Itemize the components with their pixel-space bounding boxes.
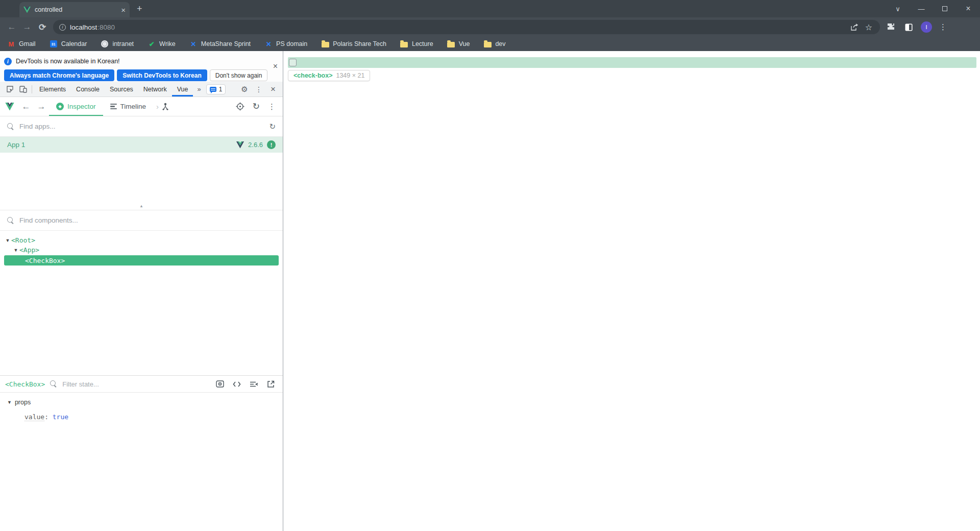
url-port: :8080 (97, 23, 115, 31)
issues-count: 1 (219, 86, 223, 93)
bookmark-label: Vue (459, 40, 470, 47)
tab-inspector[interactable]: ◆ Inspector (49, 97, 103, 116)
extensions-puzzle-icon[interactable] (886, 22, 896, 32)
match-language-button[interactable]: Always match Chrome's language (4, 69, 114, 81)
selected-component-name: <CheckBox> (5, 380, 45, 388)
globe-icon (101, 40, 109, 48)
vue-menu-icon[interactable]: ⋮ (268, 102, 276, 111)
app-name: App 1 (7, 141, 232, 149)
expand-caret-icon[interactable]: ▼ (12, 248, 19, 253)
tree-node-app[interactable]: ▼ <App> (0, 245, 283, 255)
tree-node-checkbox-selected[interactable]: <CheckBox> (4, 255, 279, 266)
find-apps-input[interactable] (19, 123, 264, 130)
bookmark-label: dev (495, 40, 505, 47)
tab-sources[interactable]: Sources (105, 82, 138, 96)
window-restore-button[interactable] (933, 0, 957, 17)
device-toolbar-icon[interactable] (16, 83, 30, 96)
find-apps-row: ↻ (0, 116, 283, 137)
section-caret-icon[interactable]: ▼ (7, 400, 12, 405)
bookmark-calendar[interactable]: 31Calendar (50, 40, 87, 48)
switch-korean-button[interactable]: Switch DevTools to Korean (117, 69, 207, 81)
state-panel-header: <CheckBox> (0, 376, 283, 393)
more-tabs-icon[interactable]: » (193, 85, 205, 93)
bookmark-gmail[interactable]: MGmail (7, 40, 36, 48)
bookmark-folder-vue[interactable]: Vue (447, 40, 470, 48)
tab-network[interactable]: Network (138, 82, 172, 96)
issues-button[interactable]: 1 (206, 84, 226, 94)
refresh-apps-icon[interactable]: ↻ (269, 122, 276, 131)
timeline-icon (110, 104, 117, 110)
bookmark-metashare[interactable]: ✕MetaShare Sprint (189, 40, 251, 48)
tree-node-root[interactable]: ▼ <Root> (0, 235, 283, 245)
bookmark-label: intranet (112, 40, 134, 47)
dont-show-again-button[interactable]: Don't show again (210, 69, 268, 81)
bookmark-ps-domain[interactable]: ✕PS domain (264, 40, 307, 48)
select-component-target-icon[interactable] (236, 102, 244, 111)
share-icon[interactable] (849, 22, 860, 32)
bookmark-intranet[interactable]: intranet (101, 40, 134, 48)
window-chevron-icon[interactable]: ∨ (886, 0, 910, 17)
tree-node-label: <App> (19, 246, 39, 254)
inspect-element-icon[interactable] (3, 83, 16, 96)
find-components-input[interactable] (19, 216, 276, 224)
app-hierarchy-icon[interactable] (162, 103, 169, 110)
expand-caret-icon[interactable]: ▼ (4, 238, 11, 243)
bookmark-folder-polaris[interactable]: Polaris Share Tech (321, 40, 386, 48)
settings-gear-icon[interactable]: ⚙ (238, 83, 251, 96)
scroll-into-view-icon[interactable] (216, 380, 224, 388)
tooltip-dimensions: 1349 × 21 (336, 72, 364, 79)
bookmark-folder-lecture[interactable]: Lecture (400, 40, 433, 48)
open-in-editor-icon[interactable] (267, 380, 275, 388)
vue-forward-icon[interactable]: → (34, 102, 49, 112)
bookmark-label: Gmail (19, 40, 36, 47)
gmail-icon: M (7, 40, 15, 48)
tab-elements[interactable]: Elements (34, 82, 71, 96)
devtools-menu-icon[interactable]: ⋮ (252, 83, 265, 96)
panel-collapse-handle[interactable]: ▴ (0, 203, 283, 210)
tree-node-label: <CheckBox> (25, 257, 65, 264)
version-badge-icon[interactable]: ! (267, 140, 276, 149)
section-label: props (15, 399, 31, 406)
component-state-panel: <CheckBox> (0, 375, 283, 531)
site-info-icon[interactable]: i (59, 24, 66, 31)
reload-button[interactable]: ⟳ (35, 22, 50, 33)
inspect-dom-icon[interactable] (233, 380, 241, 388)
component-tree: ▼ <Root> ▼ <App> <CheckBox> (0, 231, 283, 375)
bookmark-wrike[interactable]: ✔Wrike (148, 40, 176, 48)
app-list-empty-space (0, 153, 283, 203)
page-checkbox[interactable] (289, 59, 297, 66)
search-icon (50, 380, 57, 388)
tab-close-icon[interactable]: × (121, 6, 126, 14)
inspector-compass-icon: ◆ (56, 103, 64, 110)
vue-refresh-icon[interactable]: ↻ (253, 101, 260, 112)
bookmark-folder-dev[interactable]: dev (483, 40, 505, 48)
window-close-button[interactable]: × (957, 0, 980, 17)
browser-menu-icon[interactable]: ⋮ (939, 22, 947, 32)
back-button[interactable]: ← (4, 22, 19, 32)
address-bar[interactable]: i localhost:8080 ☆ (53, 20, 880, 34)
bookmark-label: Polaris Share Tech (333, 40, 386, 47)
bookmark-star-icon[interactable]: ☆ (864, 22, 874, 32)
app-list-item[interactable]: App 1 2.6.6 ! (0, 137, 283, 153)
inspector-label: Inspector (67, 103, 96, 110)
vue-back-icon[interactable]: ← (18, 102, 34, 112)
folder-icon (400, 40, 408, 48)
new-tab-button[interactable]: + (137, 4, 142, 13)
side-panel-icon[interactable] (903, 22, 914, 32)
infobar-close-icon[interactable]: × (273, 62, 278, 70)
prop-colon: : (44, 413, 48, 421)
tab-vue[interactable]: Vue (172, 82, 193, 96)
profile-avatar[interactable]: I (921, 21, 932, 33)
tab-timeline[interactable]: Timeline (103, 97, 154, 116)
element-size-tooltip: <check-box> 1349 × 21 (288, 70, 370, 81)
log-to-console-icon[interactable] (250, 380, 258, 388)
browser-tab[interactable]: controlled × (19, 2, 130, 17)
props-section[interactable]: ▼ props (0, 393, 283, 406)
window-minimize-button[interactable]: — (910, 0, 933, 17)
prop-row-value[interactable]: value: true (0, 406, 283, 421)
filter-state-input[interactable] (62, 380, 211, 388)
devtools-close-icon[interactable]: × (266, 83, 280, 96)
page-viewport: <check-box> 1349 × 21 (283, 51, 980, 531)
forward-button[interactable]: → (19, 22, 35, 32)
tab-console[interactable]: Console (71, 82, 105, 96)
